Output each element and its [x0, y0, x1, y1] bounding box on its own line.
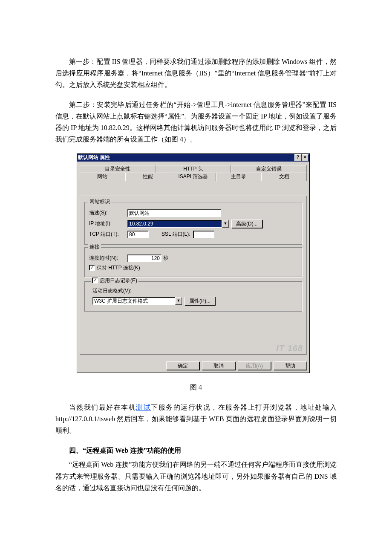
tab-content: 网站标识 描述(S): 默认网站 IP 地址(I): 10.82.0.29 ▼ — [80, 196, 307, 355]
ip-combo[interactable]: 10.82.0.29 ▼ — [127, 220, 229, 228]
tab-custom-errors[interactable]: 自定义错误 — [231, 165, 307, 173]
keep-alive-checkbox[interactable]: ✓ — [89, 265, 95, 271]
watermark: IT 168 — [276, 343, 303, 353]
properties-dialog: 默认网站 属性 ? × 目录安全性 HTTP 头 自定义错误 网站 性能 — [77, 153, 310, 373]
tcp-port-input[interactable]: 80 — [127, 231, 149, 238]
log-format-value[interactable]: W3C 扩展日志文件格式 — [92, 297, 175, 305]
group-connection: 连接 连接超时(N): 120 秒 ✓ 保持 HTTP 连接(K) — [84, 247, 302, 277]
timeout-input[interactable]: 120 — [127, 254, 161, 262]
ok-button[interactable]: 确定 — [166, 361, 199, 370]
advanced-button[interactable]: 高级(D)... — [231, 220, 262, 228]
help-icon[interactable]: ? — [294, 154, 301, 161]
chevron-down-icon[interactable]: ▼ — [222, 220, 229, 228]
help-button[interactable]: 帮助 — [274, 361, 307, 370]
dialog-body: 目录安全性 HTTP 头 自定义错误 网站 性能 ISAPI 筛选器 主目录 文… — [77, 162, 309, 358]
enable-log-label: 启用日志记录(E) — [100, 278, 137, 283]
section-4-heading: 四、“远程桌面 Web 连接”功能的使用 — [55, 445, 337, 456]
paragraph-step2: 第二步：安装完毕后通过任务栏的“开始->管理工具->internet 信息服务管… — [55, 99, 337, 145]
ip-input[interactable]: 10.82.0.29 — [127, 220, 222, 228]
dialog-title: 默认网站 属性 — [78, 154, 110, 160]
tab-home-dir[interactable]: 主目录 — [216, 173, 262, 181]
tab-performance[interactable]: 性能 — [125, 173, 171, 181]
ssl-port-input[interactable] — [193, 231, 214, 238]
group-site-id: 网站标识 描述(S): 默认网站 IP 地址(I): 10.82.0.29 ▼ — [84, 202, 302, 245]
apply-button[interactable]: 应用(A) — [238, 361, 271, 370]
timeout-unit: 秒 — [163, 255, 168, 261]
dialog-titlebar: 默认网站 属性 ? × — [77, 154, 309, 162]
enable-log-checkbox[interactable]: ✓ — [92, 278, 98, 283]
tab-dir-security[interactable]: 目录安全性 — [80, 165, 156, 173]
paragraph-section4: “远程桌面 Web 连接”功能方便我们在网络的另一端不通过任何客户端程序而直接使… — [55, 459, 337, 494]
tab-http-headers[interactable]: HTTP 头 — [156, 165, 231, 173]
tab-isapi[interactable]: ISAPI 筛选器 — [170, 173, 216, 181]
tab-documents[interactable]: 文档 — [261, 173, 307, 181]
test-link[interactable]: 测试 — [136, 404, 151, 411]
group-logging: ✓ 启用日志记录(E) 活动日志格式(V): W3C 扩展日志文件格式 ▼ — [84, 281, 302, 312]
chevron-down-icon[interactable]: ▼ — [175, 297, 182, 305]
log-properties-button[interactable]: 属性(P)... — [184, 297, 215, 305]
description-label: 描述(S): — [89, 210, 127, 216]
keep-alive-label: 保持 HTTP 连接(K) — [97, 265, 140, 271]
ip-label: IP 地址(I): — [89, 220, 127, 226]
paragraph-step1: 第一步：配置 IIS 管理器，同样要求我们通过添加删除程序的添加删除 Windo… — [55, 56, 337, 91]
timeout-label: 连接超时(N): — [89, 255, 127, 261]
ssl-port-label: SSL 端口(L): — [161, 231, 190, 237]
cancel-button[interactable]: 取消 — [202, 361, 235, 370]
figure-caption: 图 4 — [55, 382, 337, 393]
close-icon[interactable]: × — [302, 154, 308, 161]
paragraph-test: 当然我们最好在本机测试下服务的运行状况，在服务器上打开浏览器，地址处输入 htt… — [55, 402, 337, 436]
tab-website[interactable]: 网站 — [80, 173, 125, 181]
tcp-port-label: TCP 端口(T): — [89, 231, 127, 237]
log-format-label: 活动日志格式(V): — [92, 288, 297, 294]
group-connection-title: 连接 — [88, 244, 101, 250]
document-page: 第一步：配置 IIS 管理器，同样要求我们通过添加删除程序的添加删除 Windo… — [0, 0, 392, 555]
p3-part-a: 当然我们最好在本机 — [69, 404, 136, 411]
tab-strip: 目录安全性 HTTP 头 自定义错误 网站 性能 ISAPI 筛选器 主目录 文… — [80, 165, 307, 180]
description-input[interactable]: 默认网站 — [127, 209, 221, 217]
dialog-button-row: 确定 取消 应用(A) 帮助 — [77, 358, 309, 373]
dialog-screenshot: 默认网站 属性 ? × 目录安全性 HTTP 头 自定义错误 网站 性能 — [77, 153, 337, 373]
log-format-combo[interactable]: W3C 扩展日志文件格式 ▼ — [92, 297, 182, 305]
group-site-id-title: 网站标识 — [88, 199, 111, 205]
